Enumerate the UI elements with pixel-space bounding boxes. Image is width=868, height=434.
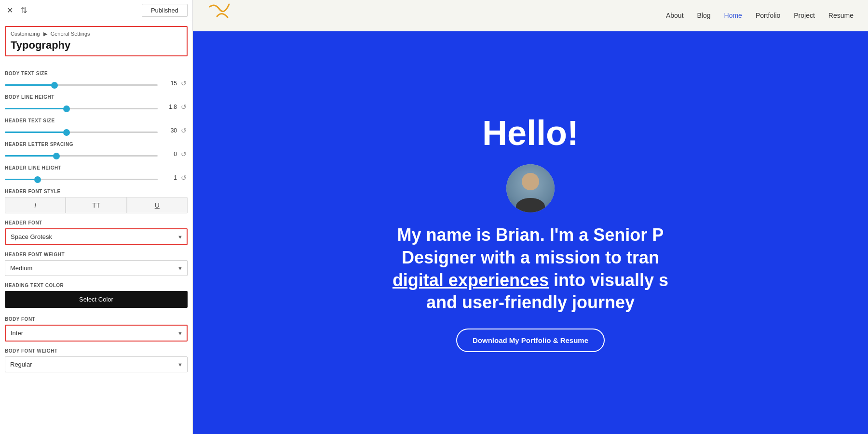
breadcrumb-part1: Customizing xyxy=(11,31,40,37)
close-button[interactable]: ✕ xyxy=(5,5,15,16)
hero-body-text: My name is Brian. I'm a Senior P Designe… xyxy=(393,224,668,314)
header-line-height-label: HEADER LINE HEIGHT xyxy=(5,165,188,171)
body-text-size-label: BODY TEXT SIZE xyxy=(5,71,188,76)
heading-text-color-button[interactable]: Select Color xyxy=(5,291,188,308)
header-text-size-value: 30 xyxy=(161,127,177,134)
header-text-size-label: HEADER TEXT SIZE xyxy=(5,118,188,123)
breadcrumb-section: Customizing ▶ General Settings Typograph… xyxy=(5,26,188,56)
header-line-height-reset[interactable]: ↺ xyxy=(180,174,188,182)
hero-section: Hello! My name is Brian. I'm a Senior P … xyxy=(193,31,868,434)
breadcrumb-part2: General Settings xyxy=(51,31,90,37)
body-text-size-slider[interactable] xyxy=(5,84,158,86)
page-title: Typography xyxy=(11,39,182,52)
body-line-height-reset[interactable]: ↺ xyxy=(180,103,188,111)
header-text-size-row: 30 ↺ xyxy=(5,126,188,135)
avatar xyxy=(506,164,555,212)
header-text-size-slider[interactable] xyxy=(5,132,158,133)
header-font-select[interactable]: Space Grotesk Inter Roboto Open Sans Mon… xyxy=(5,228,188,245)
site-logo xyxy=(207,2,234,29)
panel-scroll: BODY TEXT SIZE 15 ↺ BODY LINE HEIGHT 1.8… xyxy=(0,59,192,434)
header-letter-spacing-label: HEADER LETTER SPACING xyxy=(5,142,188,147)
nav-blog[interactable]: Blog xyxy=(697,12,711,19)
avatar-body xyxy=(516,198,545,212)
body-line-height-row: 1.8 ↺ xyxy=(5,103,188,111)
avatar-image xyxy=(506,164,555,212)
body-font-select[interactable]: Inter Roboto Open Sans Lato Montserrat xyxy=(5,325,188,342)
breadcrumb-arrow: ▶ xyxy=(43,31,49,37)
header-font-style-label: HEADER FONT STYLE xyxy=(5,189,188,194)
top-bar: ✕ ⇅ Published xyxy=(0,0,192,21)
left-panel: ✕ ⇅ Published Customizing ▶ General Sett… xyxy=(0,0,193,434)
body-font-weight-label: BODY FONT WEIGHT xyxy=(5,348,188,354)
body-line-height-slider[interactable] xyxy=(5,108,158,109)
right-panel: About Blog Home Portfolio Project Resume… xyxy=(193,0,868,434)
nav-portfolio[interactable]: Portfolio xyxy=(756,12,780,19)
sort-button[interactable]: ⇅ xyxy=(19,5,29,16)
header-line-height-value: 1 xyxy=(161,174,177,181)
header-letter-spacing-row: 0 ↺ xyxy=(5,150,188,158)
body-line-height-value: 1.8 xyxy=(161,104,177,110)
header-line-height-slider[interactable] xyxy=(5,179,158,180)
hero-greeting: Hello! xyxy=(482,113,579,153)
nav-about[interactable]: About xyxy=(666,12,684,19)
header-letter-spacing-slider[interactable] xyxy=(5,155,158,157)
body-text-size-reset[interactable]: ↺ xyxy=(180,79,188,87)
body-font-weight-select[interactable]: Regular Medium Bold xyxy=(5,356,188,372)
bold-button[interactable]: TT xyxy=(66,197,126,213)
heading-text-color-label: HEADING TEXT COLOR xyxy=(5,283,188,288)
body-font-weight-dropdown-wrap: Regular Medium Bold ▼ xyxy=(5,356,188,372)
download-cta-button[interactable]: Download My Portfolio & Resume xyxy=(456,329,605,352)
header-text-size-reset[interactable]: ↺ xyxy=(180,127,188,134)
nav-resume[interactable]: Resume xyxy=(828,12,854,19)
body-text-size-value: 15 xyxy=(161,80,177,87)
hero-underlined-text: digital experiences xyxy=(393,270,549,290)
nav-home[interactable]: Home xyxy=(724,12,742,19)
site-nav: About Blog Home Portfolio Project Resume xyxy=(193,0,868,31)
header-font-weight-select[interactable]: Thin Light Regular Medium Semi Bold Bold xyxy=(5,260,188,276)
avatar-head xyxy=(522,173,539,190)
header-letter-spacing-value: 0 xyxy=(161,151,177,158)
nav-project[interactable]: Project xyxy=(794,12,815,19)
header-letter-spacing-reset[interactable]: ↺ xyxy=(180,150,188,158)
italic-button[interactable]: I xyxy=(5,197,66,213)
body-font-dropdown-wrap: Inter Roboto Open Sans Lato Montserrat ▼ xyxy=(5,325,188,342)
header-line-height-row: 1 ↺ xyxy=(5,173,188,182)
breadcrumb: Customizing ▶ General Settings xyxy=(11,31,182,37)
site-nav-links: About Blog Home Portfolio Project Resume xyxy=(666,12,854,19)
header-font-weight-dropdown-wrap: Thin Light Regular Medium Semi Bold Bold… xyxy=(5,260,188,276)
underline-button[interactable]: U xyxy=(127,197,188,213)
published-button[interactable]: Published xyxy=(142,4,188,17)
header-font-weight-label: HEADER FONT WEIGHT xyxy=(5,252,188,257)
body-text-size-row: 15 ↺ xyxy=(5,79,188,88)
header-font-label: HEADER FONT xyxy=(5,220,188,225)
header-font-style-row: I TT U xyxy=(5,197,188,213)
body-font-label: BODY FONT xyxy=(5,316,188,322)
body-line-height-label: BODY LINE HEIGHT xyxy=(5,94,188,100)
header-font-dropdown-wrap: Space Grotesk Inter Roboto Open Sans Mon… xyxy=(5,228,188,245)
